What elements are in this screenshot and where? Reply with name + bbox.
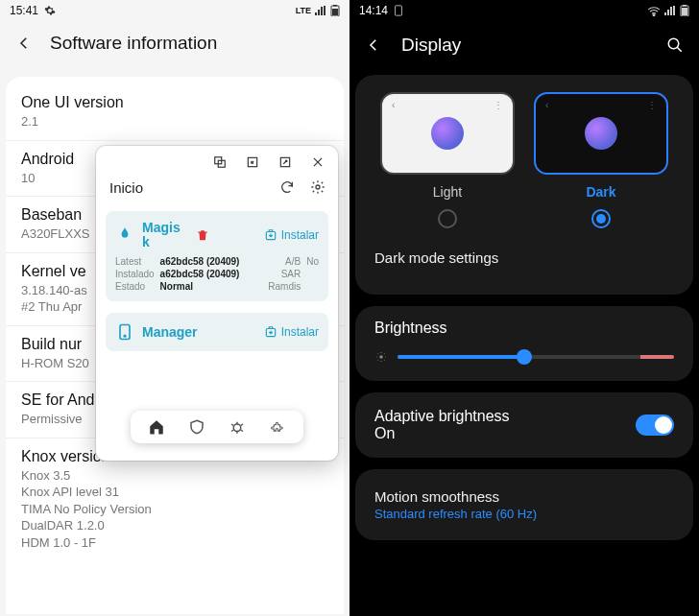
status-bar-left: 15:41 LTE <box>0 0 350 21</box>
popup-card-magisk[interactable]: Magisk Instalar Latest a62bdc58 (20409) … <box>106 211 328 301</box>
svg-point-19 <box>379 355 383 359</box>
titlebar-left: Software information <box>0 21 350 77</box>
brightness-slider[interactable] <box>398 355 674 359</box>
minimize-icon[interactable] <box>244 154 261 171</box>
delete-icon[interactable] <box>196 228 209 242</box>
popup-title: Inicio <box>109 179 143 196</box>
app-name: Manager <box>142 325 198 340</box>
theme-panel: ‹⋮ Light ‹⋮ Dark Dark mode settings <box>355 75 693 295</box>
svg-point-10 <box>124 336 126 338</box>
shield-icon[interactable] <box>188 418 205 436</box>
svg-point-12 <box>233 424 241 432</box>
adaptive-sub: On <box>374 425 510 442</box>
battery-icon <box>330 5 340 16</box>
maximize-icon[interactable] <box>277 154 294 171</box>
theme-option-light[interactable]: ‹⋮ Light <box>380 92 515 228</box>
puzzle-icon[interactable] <box>269 418 286 436</box>
page-title: Display <box>401 35 461 56</box>
lte-indicator: LTE <box>296 6 311 15</box>
install-button[interactable]: Instalar <box>264 325 319 339</box>
app-name: Magisk <box>142 221 181 249</box>
adaptive-toggle[interactable] <box>636 415 674 436</box>
left-phone: 15:41 LTE Software information One UI ve… <box>0 0 350 616</box>
page-title: Software information <box>50 33 217 54</box>
back-icon[interactable] <box>365 36 382 54</box>
row-dark-mode-settings[interactable]: Dark mode settings <box>355 234 693 281</box>
row-one-ui[interactable]: One UI version 2.1 <box>6 84 344 141</box>
multiwindow-icon[interactable] <box>211 154 229 171</box>
row-motion-smoothness[interactable]: Motion smoothness Standard refresh rate … <box>355 473 693 536</box>
settings-icon[interactable] <box>309 178 326 196</box>
signal-icon <box>664 6 676 15</box>
svg-rect-17 <box>682 8 687 15</box>
bug-icon[interactable] <box>229 418 246 436</box>
popup-bottom-nav <box>131 411 303 443</box>
back-icon[interactable] <box>15 35 33 52</box>
brightness-panel: Brightness <box>355 306 693 381</box>
theme-label-dark: Dark <box>534 184 668 200</box>
svg-rect-16 <box>683 5 687 7</box>
svg-point-14 <box>653 14 655 16</box>
magisk-logo-icon <box>115 225 134 245</box>
radio-dark[interactable] <box>591 209 611 228</box>
svg-rect-1 <box>333 5 337 7</box>
svg-rect-13 <box>396 6 402 15</box>
svg-point-18 <box>668 38 679 49</box>
search-icon[interactable] <box>666 36 684 54</box>
install-button[interactable]: Instalar <box>264 228 319 242</box>
phone-small-icon <box>394 5 403 16</box>
home-icon[interactable] <box>148 418 165 436</box>
theme-label-light: Light <box>380 184 515 200</box>
adaptive-label: Adaptive brightness <box>374 408 510 425</box>
wifi-icon <box>647 5 661 16</box>
adaptive-panel: Adaptive brightness On <box>355 392 693 458</box>
svg-point-7 <box>316 185 320 189</box>
svg-rect-2 <box>332 9 338 15</box>
titlebar-right: Display <box>350 21 699 75</box>
sun-low-icon <box>374 350 388 364</box>
clock: 15:41 <box>10 4 38 17</box>
right-phone: 14:14 Display ‹⋮ Light <box>350 0 699 616</box>
battery-icon <box>680 5 689 16</box>
popup-window: Inicio Magisk Instalar Latest a62bdc58 (… <box>96 146 338 461</box>
popup-card-manager[interactable]: Manager Instalar <box>106 313 328 351</box>
radio-light[interactable] <box>438 209 457 228</box>
theme-option-dark[interactable]: ‹⋮ Dark <box>534 92 668 228</box>
brightness-label: Brightness <box>374 320 674 337</box>
gear-icon <box>44 5 56 16</box>
manager-logo-icon <box>115 322 134 342</box>
signal-icon <box>315 6 326 15</box>
motion-panel: Motion smoothness Standard refresh rate … <box>355 469 693 540</box>
status-bar-right: 14:14 <box>350 0 699 21</box>
clock: 14:14 <box>359 4 388 17</box>
close-icon[interactable] <box>309 154 326 171</box>
refresh-icon[interactable] <box>278 178 296 196</box>
